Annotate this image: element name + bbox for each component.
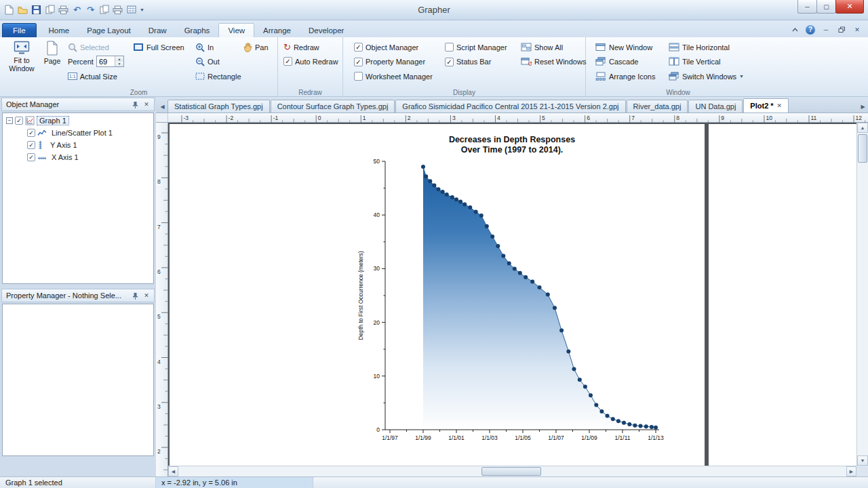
arrange-icons-button[interactable]: Arrange Icons (595, 70, 655, 82)
pin-icon[interactable] (130, 291, 140, 300)
worksheet-manager-toggle[interactable]: Worksheet Manager (354, 70, 433, 82)
document-tab-bar: ◀ Statistical Graph Types.gpjContour Sur… (156, 97, 868, 113)
reset-windows-button[interactable]: ↺ Reset Windows (521, 56, 586, 67)
ribbon-tab-file[interactable]: File (2, 23, 37, 37)
zoom-rectangle-button[interactable]: Rectangle (195, 70, 241, 82)
zoom-out-button[interactable]: Out (195, 56, 220, 67)
actual-size-button[interactable]: 1:1 Actual Size (68, 70, 117, 82)
cascade-button[interactable]: Cascade (595, 56, 638, 67)
plot-page[interactable]: Decreases in Depth ResponsesOver Time (1… (170, 124, 705, 466)
redraw-group-label: Redraw (278, 89, 342, 96)
collapse-ribbon-icon[interactable] (789, 24, 800, 35)
checkbox-checked-icon[interactable]: ✓ (27, 153, 35, 161)
ribbon-tab-draw[interactable]: Draw (140, 24, 176, 37)
svg-text:3: 3 (157, 403, 161, 410)
document-tab-grafico-sismicidad-pacifico-central-2015-21-1-2015-version-2-gpj[interactable]: Grafico Sismicidad Pacifico Central 2015… (395, 100, 625, 113)
ribbon-tab-graphs[interactable]: Graphs (176, 24, 219, 37)
pan-button[interactable]: Pan (243, 41, 269, 53)
svg-text:4: 4 (497, 115, 500, 121)
scroll-right-icon[interactable]: ▶ (846, 466, 856, 476)
ribbon-tab-arrange[interactable]: Arrange (254, 24, 300, 37)
minimize-button[interactable]: ─ (797, 0, 817, 14)
property-manager-toggle[interactable]: ✓Property Manager (354, 56, 425, 68)
zoom-selected-button: Selected (68, 41, 109, 53)
close-panel-icon[interactable]: ✕ (142, 291, 151, 300)
percent-input[interactable] (97, 56, 115, 66)
document-tab-contour-surface-graph-types-gpj[interactable]: Contour Surface Graph Types.gpj (271, 100, 395, 113)
spinner-up-icon[interactable]: ▲ (115, 56, 123, 62)
object-manager-toggle[interactable]: ✓Object Manager (354, 41, 418, 53)
svg-text:2: 2 (157, 448, 161, 455)
show-all-button[interactable]: Show All (521, 41, 563, 53)
scroll-down-icon[interactable]: ▼ (857, 455, 868, 466)
switch-windows-button[interactable]: Switch Windows ▼ (669, 70, 744, 82)
document-tab-river-data-gpj[interactable]: River_data.gpj (627, 100, 688, 113)
checkbox-checked-icon: ✓ (354, 58, 363, 66)
help-icon[interactable]: ? (805, 24, 816, 35)
tree-item-line-scatter-plot-1[interactable]: ✓Line/Scatter Plot 1 (4, 127, 152, 139)
title-bar: ↶↷▼ Grapher ─ ▢ ✕ (0, 0, 868, 20)
drawing-canvas[interactable]: Decreases in Depth ResponsesOver Time (1… (168, 123, 868, 476)
zoom-out-icon (195, 57, 205, 66)
tile-horizontal-button[interactable]: Tile Horizontal (669, 41, 730, 53)
y-axis-icon (37, 140, 45, 150)
fit-to-window-button[interactable]: Fit to Window (4, 39, 39, 82)
tile-vertical-button[interactable]: Tile Vertical (669, 56, 720, 67)
page-zoom-button[interactable]: Page (41, 39, 64, 82)
scroll-up-icon[interactable]: ▲ (857, 123, 868, 133)
expander-collapse-icon[interactable]: − (6, 117, 13, 124)
ribbon-group-display: ✓Status BarScript ManagerWorksheet Manag… (343, 37, 586, 97)
percent-spinner[interactable]: ▲▼ (96, 56, 124, 67)
new-window-button[interactable]: New Window (595, 41, 652, 53)
full-screen-button[interactable]: Full Screen (133, 41, 184, 53)
scroll-left-icon[interactable]: ◀ (168, 466, 178, 476)
ribbon-tab-home[interactable]: Home (40, 24, 79, 37)
pin-icon[interactable] (130, 100, 140, 109)
redraw-button[interactable]: ↻ Redraw (283, 41, 319, 53)
spinner-down-icon[interactable]: ▼ (115, 62, 123, 67)
document-tab-un-data-gpj[interactable]: UN Data.gpj (688, 100, 743, 113)
zoom-in-button[interactable]: In (195, 41, 214, 53)
child-restore-icon[interactable] (836, 24, 847, 35)
tree-item-y-axis-1[interactable]: ✓Y Axis 1 (4, 139, 152, 151)
x-axis-icon (37, 153, 47, 161)
property-manager-body (2, 304, 154, 456)
checkbox-checked-icon[interactable]: ✓ (27, 129, 35, 137)
close-button[interactable]: ✕ (835, 0, 864, 14)
ruler-corner (156, 113, 168, 123)
script-manager-toggle[interactable]: Script Manager (445, 41, 507, 53)
svg-text:5: 5 (157, 313, 161, 320)
horizontal-scrollbar[interactable]: ◀ ▶ (168, 466, 856, 476)
document-tab-statistical-graph-types-gpj[interactable]: Statistical Graph Types.gpj (167, 100, 270, 113)
child-close-icon[interactable]: ✕ (852, 24, 863, 35)
checkbox-checked-icon[interactable]: ✓ (27, 141, 35, 149)
ribbon-tab-developer[interactable]: Developer (300, 24, 353, 37)
ribbon-group-window: New Window Cascade Arrange Icons Tile Ho… (586, 37, 770, 97)
tab-scroll-right-icon[interactable]: ▶ (858, 100, 868, 113)
maximize-button[interactable]: ▢ (816, 0, 836, 14)
percent-spinner-arrows: ▲▼ (115, 56, 123, 66)
svg-text:Depth to First Occurrence (met: Depth to First Occurrence (meters) (357, 251, 364, 340)
ribbon-tab-view[interactable]: View (218, 23, 254, 37)
window-title: Grapher (0, 5, 868, 15)
object-manager-title: Object Manager (6, 100, 59, 108)
tree-item-x-axis-1[interactable]: ✓X Axis 1 (4, 151, 152, 163)
svg-text:9: 9 (721, 115, 724, 121)
status-bar: Graph 1 selected x = -2.92 in, y = 5.06 … (0, 476, 868, 488)
close-tab-icon[interactable]: ✕ (777, 102, 783, 109)
selection-status: Graph 1 selected (0, 477, 156, 488)
vertical-scroll-thumb[interactable] (858, 134, 867, 163)
vertical-scrollbar[interactable]: ▲ ▼ (856, 123, 868, 466)
object-manager-panel: Object Manager ✕ −✓Graph 1✓Line/Scatter … (0, 97, 156, 286)
horizontal-scroll-thumb[interactable] (481, 467, 541, 476)
document-tab-plot2[interactable]: Plot2 *✕ (743, 98, 789, 113)
child-minimize-icon[interactable]: ─ (821, 24, 831, 35)
auto-redraw-toggle[interactable]: ✓ Auto Redraw (283, 56, 338, 67)
checkbox-checked-icon[interactable]: ✓ (15, 117, 23, 125)
status-bar-toggle[interactable]: ✓Status Bar (445, 56, 491, 68)
window-group-label: Window (586, 89, 770, 96)
ribbon-tab-page-layout[interactable]: Page Layout (78, 24, 140, 37)
close-panel-icon[interactable]: ✕ (142, 100, 151, 109)
tree-item-graph-1[interactable]: −✓Graph 1 (4, 115, 152, 127)
tab-scroll-left-icon[interactable]: ◀ (157, 100, 167, 113)
